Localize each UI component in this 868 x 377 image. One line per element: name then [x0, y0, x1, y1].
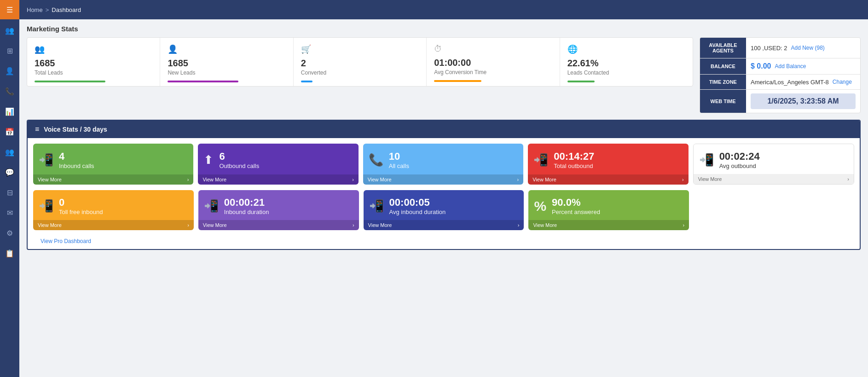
- avg-outbound-label: Avg outbound: [719, 162, 760, 169]
- total-leads-label: Total Leads: [35, 70, 152, 76]
- balance-value: $ 0.00 Add Balance: [746, 58, 860, 74]
- change-timezone-link[interactable]: Change: [833, 79, 852, 85]
- avg-outbound-icon: 📲: [699, 153, 714, 167]
- voice-cards-row2: 📲 0 Toll free inbound View More › 📲: [28, 190, 860, 236]
- outbound-calls-value: 6: [219, 151, 259, 162]
- sidebar-icon-grid[interactable]: ⊞: [0, 41, 19, 60]
- outbound-calls-icon: ⬆: [203, 153, 214, 167]
- sidebar-icon-settings[interactable]: ⚙: [0, 224, 19, 242]
- timezone-label: TIME ZONE: [700, 75, 746, 89]
- marketing-stats-section: 👥 1685 Total Leads 👤 1685 New Leads: [27, 37, 693, 93]
- voice-card-total-outbound: 📲 00:14:27 Total outbound View More ›: [528, 144, 688, 185]
- all-calls-body: 📞 10 All calls: [363, 144, 523, 174]
- avg-conversion-bar: [434, 80, 481, 82]
- webtime-label: WEB TIME: [700, 90, 746, 113]
- stat-card-leads-contacted: 🌐 22.61% Leads Contacted: [560, 38, 693, 86]
- stat-card-avg-conversion: ⏱ 01:00:00 Avg Conversion Time: [427, 38, 560, 86]
- view-pro-row: View Pro Dashboard: [28, 236, 860, 249]
- voice-stats-section: ≡ Voice Stats / 30 days 📲 4 Inbound call…: [27, 120, 861, 250]
- total-outbound-view-more[interactable]: View More ›: [528, 174, 688, 185]
- avg-outbound-body: 📲 00:02:24 Avg outbound: [694, 144, 854, 174]
- topbar-home-link[interactable]: Home: [27, 6, 43, 13]
- topbar-current-page: Dashboard: [52, 6, 81, 13]
- toll-free-value: 0: [59, 197, 103, 209]
- total-outbound-label: Total outbound: [554, 162, 594, 169]
- inbound-duration-info: 00:00:21 Inbound duration: [224, 197, 269, 215]
- avg-inbound-info: 00:00:05 Avg inbound duration: [389, 197, 446, 215]
- inbound-calls-view-more[interactable]: View More ›: [33, 174, 193, 185]
- voice-card-inbound-duration: 📲 00:00:21 Inbound duration View More ›: [198, 190, 359, 230]
- new-leads-label: New Leads: [168, 70, 285, 76]
- percent-answered-label: Percent answered: [552, 209, 600, 215]
- leads-contacted-bar: [567, 81, 595, 82]
- percent-answered-body: % 90.0% Percent answered: [528, 190, 689, 220]
- total-outbound-value: 00:14:27: [554, 151, 594, 162]
- sidebar: ☰ 👥 ⊞ 👤 📞 📊 📅 👥 💬 ⊟ ✉ ⚙ 📋: [0, 0, 19, 377]
- leads-contacted-value: 22.61%: [567, 58, 685, 69]
- outbound-calls-view-more[interactable]: View More ›: [198, 174, 358, 185]
- topbar-separator: >: [46, 6, 49, 13]
- voice-cards-row1: 📲 4 Inbound calls View More › ⬆: [28, 138, 860, 190]
- inbound-duration-body: 📲 00:00:21 Inbound duration: [198, 190, 359, 220]
- avg-inbound-view-more[interactable]: View More ›: [364, 220, 524, 230]
- sidebar-icon-calendar[interactable]: 📅: [0, 122, 19, 141]
- avg-conversion-icon: ⏱: [434, 44, 552, 54]
- avg-inbound-icon: 📲: [369, 199, 384, 213]
- avg-outbound-view-more[interactable]: View More ›: [694, 174, 854, 184]
- add-balance-link[interactable]: Add Balance: [775, 63, 806, 70]
- avg-outbound-info: 00:02:24 Avg outbound: [719, 151, 760, 169]
- voice-card-avg-outbound: 📲 00:02:24 Avg outbound View More ›: [693, 144, 854, 185]
- sidebar-icon-list[interactable]: 📋: [0, 244, 19, 262]
- balance-amount: $ 0.00: [751, 62, 771, 70]
- leads-contacted-label: Leads Contacted: [567, 70, 685, 76]
- toll-free-info: 0 Toll free inbound: [59, 197, 103, 215]
- sidebar-icon-table[interactable]: ⊟: [0, 183, 19, 202]
- total-leads-icon: 👥: [35, 44, 152, 54]
- new-leads-bar: [168, 81, 238, 82]
- topbar: Home > Dashboard: [19, 0, 868, 19]
- inbound-duration-label: Inbound duration: [224, 209, 269, 215]
- sidebar-icon-team[interactable]: 👥: [0, 143, 19, 161]
- voice-card-avg-inbound: 📲 00:00:05 Avg inbound duration View Mor…: [364, 190, 524, 230]
- toll-free-view-more[interactable]: View More ›: [33, 220, 194, 230]
- info-row-agents: AVAILABLE AGENTS 100 ,USED: 2 Add New (9…: [700, 38, 860, 58]
- inbound-calls-value: 4: [59, 151, 94, 162]
- sidebar-icon-chart[interactable]: 📊: [0, 102, 19, 121]
- toll-free-body: 📲 0 Toll free inbound: [33, 190, 194, 220]
- sidebar-icon-contacts[interactable]: 👥: [0, 21, 19, 40]
- all-calls-value: 10: [389, 151, 409, 162]
- inbound-duration-view-more[interactable]: View More ›: [198, 220, 359, 230]
- voice-card-outbound-calls: ⬆ 6 Outbound calls View More ›: [198, 144, 358, 185]
- sidebar-icon-chat[interactable]: 💬: [0, 163, 19, 181]
- converted-value: 2: [301, 58, 419, 69]
- main-content: Home > Dashboard Marketing Stats 👥 1685 …: [19, 0, 868, 377]
- toll-free-label: Toll free inbound: [59, 209, 103, 215]
- percent-answered-view-more[interactable]: View More ›: [528, 220, 689, 230]
- leads-contacted-icon: 🌐: [567, 44, 685, 54]
- avg-inbound-label: Avg inbound duration: [389, 209, 446, 215]
- sidebar-icon-phone[interactable]: 📞: [0, 82, 19, 100]
- page-title: Marketing Stats: [27, 25, 861, 33]
- balance-label: BALANCE: [700, 58, 746, 74]
- info-row-webtime: WEB TIME 1/6/2025, 3:23:58 AM: [700, 90, 860, 113]
- converted-icon: 🛒: [301, 44, 419, 54]
- inbound-duration-icon: 📲: [204, 199, 219, 213]
- outbound-calls-body: ⬆ 6 Outbound calls: [198, 144, 358, 174]
- avg-outbound-value: 00:02:24: [719, 151, 760, 162]
- voice-card-toll-free: 📲 0 Toll free inbound View More ›: [33, 190, 194, 230]
- add-new-link[interactable]: Add New (98): [791, 45, 825, 51]
- total-leads-value: 1685: [35, 58, 152, 69]
- info-panel: AVAILABLE AGENTS 100 ,USED: 2 Add New (9…: [700, 37, 861, 113]
- inbound-calls-body: 📲 4 Inbound calls: [33, 144, 193, 174]
- all-calls-view-more[interactable]: View More ›: [363, 174, 523, 185]
- sidebar-icon-email[interactable]: ✉: [0, 203, 19, 222]
- stats-cards-row: 👥 1685 Total Leads 👤 1685 New Leads: [27, 37, 693, 87]
- sidebar-icon-user[interactable]: 👤: [0, 62, 19, 80]
- view-pro-link[interactable]: View Pro Dashboard: [34, 234, 98, 248]
- stat-card-converted: 🛒 2 Converted: [294, 38, 427, 86]
- inbound-calls-label: Inbound calls: [59, 162, 94, 169]
- total-leads-bar: [35, 81, 105, 82]
- total-outbound-info: 00:14:27 Total outbound: [554, 151, 594, 169]
- menu-icon[interactable]: ☰: [0, 0, 19, 19]
- avg-conversion-value: 01:00:00: [434, 58, 552, 68]
